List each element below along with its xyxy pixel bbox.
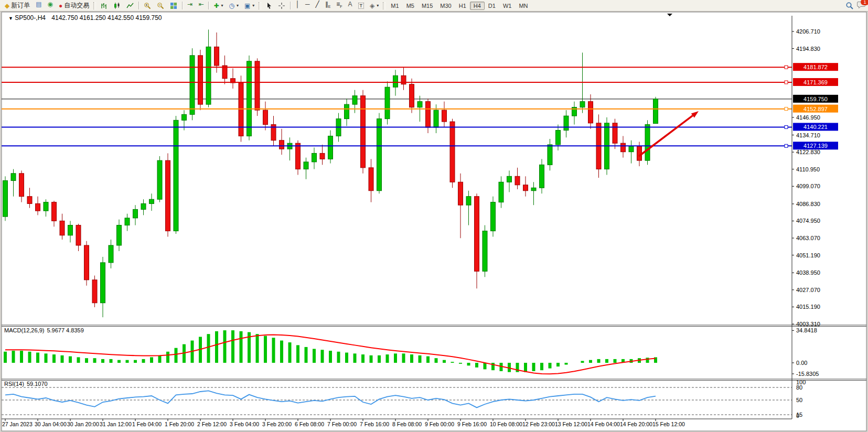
toolbar-grip: [259, 2, 261, 9]
cursor-button[interactable]: [263, 0, 275, 11]
trendline-icon[interactable]: ╱: [313, 0, 322, 11]
y-axis-tick-label: 4134.710: [796, 132, 820, 138]
bearish-candle: [296, 143, 301, 169]
line-anchor-handle[interactable]: [785, 125, 788, 128]
bullish-candle: [11, 174, 16, 181]
rsi-axis-label: 0: [796, 413, 799, 419]
bullish-candle: [304, 162, 308, 169]
autotrading-button[interactable]: ● 自动交易: [56, 0, 92, 11]
period-dropdown[interactable]: ◷▾: [227, 0, 242, 11]
symbol-dropdown-icon[interactable]: ▼: [8, 16, 13, 21]
ticks-icon[interactable]: ◉: [45, 0, 56, 11]
y-axis-tick-label: 4122.830: [796, 149, 820, 155]
timeframe-h4[interactable]: H4: [470, 2, 485, 10]
line-chart-button[interactable]: [124, 0, 136, 11]
macd-indicator-label: MACD(12,26,9)5.9677 4.8359: [4, 327, 87, 333]
new-chart-dropdown[interactable]: ✚▾: [211, 0, 226, 11]
bearish-candle: [613, 123, 617, 143]
zoom-out-button[interactable]: [154, 0, 167, 11]
line-chart-icon: [126, 2, 134, 9]
timeframe-w1[interactable]: W1: [499, 2, 516, 10]
timeframe-m1[interactable]: M1: [387, 2, 402, 10]
bullish-candle: [507, 176, 512, 182]
bearish-candle: [239, 83, 243, 136]
bearish-candle: [637, 146, 642, 160]
auto-scroll-icon[interactable]: ⇥: [185, 0, 195, 11]
chevron-down-icon: ▾: [252, 3, 254, 8]
bullish-candle: [157, 160, 162, 199]
timeframe-h1[interactable]: H1: [455, 2, 470, 10]
bullish-candle: [247, 61, 252, 136]
line-anchor-handle[interactable]: [785, 144, 788, 147]
symbol-period-label: SP500-,H4: [15, 14, 46, 21]
bullish-candle: [653, 99, 658, 124]
line-anchor-handle[interactable]: [785, 107, 788, 111]
bearish-candle: [198, 56, 203, 104]
bar-chart-button[interactable]: [98, 0, 110, 11]
x-axis-tick-label: 15 Feb 12:00: [652, 421, 685, 427]
label-icon[interactable]: T: [356, 0, 367, 11]
line-anchor-handle[interactable]: [785, 81, 788, 84]
bullish-candle: [548, 145, 552, 165]
timeframe-m30[interactable]: M30: [436, 2, 455, 10]
horizontal-line-icon[interactable]: ─: [303, 0, 313, 11]
bullish-candle: [133, 209, 138, 218]
search-icon[interactable]: [845, 2, 854, 10]
chart-shift-icon[interactable]: ⇤: [196, 0, 206, 11]
fibonacci-icon[interactable]: ≡F: [334, 0, 345, 11]
equidistant-channel-icon[interactable]: ∥E: [323, 0, 334, 11]
notifications-button[interactable]: 1: [857, 1, 866, 10]
price-level-badge-label: 4152.897: [803, 106, 828, 112]
timeframe-mn[interactable]: MN: [515, 2, 531, 10]
vertical-line-icon[interactable]: │: [293, 0, 302, 11]
bullish-candle: [190, 56, 195, 114]
bullish-candle: [352, 96, 357, 104]
bearish-candle: [76, 225, 81, 245]
timeframe-m5[interactable]: M5: [403, 2, 418, 10]
shapes-dropdown[interactable]: ◈▾: [367, 0, 381, 11]
chart-window-frame: [2, 12, 866, 431]
notification-count-badge: 1: [861, 0, 868, 5]
macd-axis-label: 34.8418: [796, 327, 817, 333]
x-axis-tick-label: 7 Feb 00:00: [327, 421, 357, 427]
bullish-candle: [3, 181, 8, 217]
text-icon[interactable]: A: [346, 0, 355, 11]
template-icon: ▣: [244, 3, 250, 9]
rsi-axis-label: 50: [796, 397, 802, 403]
chevron-down-icon: ▾: [237, 3, 239, 8]
new-order-button[interactable]: ◆ 新订单: [2, 0, 33, 11]
template-dropdown[interactable]: ▣▾: [242, 0, 257, 11]
crosshair-button[interactable]: [275, 0, 288, 11]
bullish-candle: [345, 104, 349, 118]
crosshair-icon: [278, 2, 285, 9]
market-watch-icon[interactable]: ▤: [33, 0, 44, 11]
x-axis-tick-label: 1 Feb 04:00: [132, 421, 162, 427]
toolbar-separator: [138, 2, 139, 9]
ohlc-label: 4142.750 4161.250 4142.550 4159.750: [51, 14, 162, 21]
bullish-candle: [44, 202, 48, 211]
chevron-down-icon: ▾: [377, 3, 379, 8]
bearish-candle: [36, 203, 40, 211]
bullish-candle: [377, 119, 382, 191]
timeframe-toolbar: M1M5M15M30H1H4D1W1MN: [387, 2, 531, 10]
bearish-candle: [523, 185, 528, 191]
x-axis-tick-label: 31 Jan 12:00: [100, 421, 132, 427]
bullish-candle: [174, 120, 178, 231]
new-order-label: 新订单: [11, 1, 30, 10]
zoom-out-icon: [157, 2, 164, 9]
price-level-badge-label: 4140.221: [803, 124, 828, 130]
y-axis-tick-label: 4074.950: [796, 218, 820, 224]
macd-name: MACD(12,26,9): [4, 327, 44, 333]
x-axis-tick-label: 3 Feb 20:00: [262, 421, 292, 427]
bearish-candle: [475, 197, 479, 272]
timeframe-d1[interactable]: D1: [485, 2, 499, 10]
x-axis-tick-label: 8 Feb 08:00: [392, 421, 422, 427]
zoom-in-button[interactable]: [141, 0, 154, 11]
x-axis-tick-label: 9 Feb 00:00: [425, 421, 454, 427]
timeframe-m15[interactable]: M15: [418, 2, 436, 10]
tile-windows-button[interactable]: [167, 0, 180, 11]
bearish-candle: [84, 245, 89, 280]
candlestick-chart-button[interactable]: [111, 0, 123, 11]
line-anchor-handle[interactable]: [785, 66, 788, 69]
bullish-candle: [580, 102, 585, 107]
